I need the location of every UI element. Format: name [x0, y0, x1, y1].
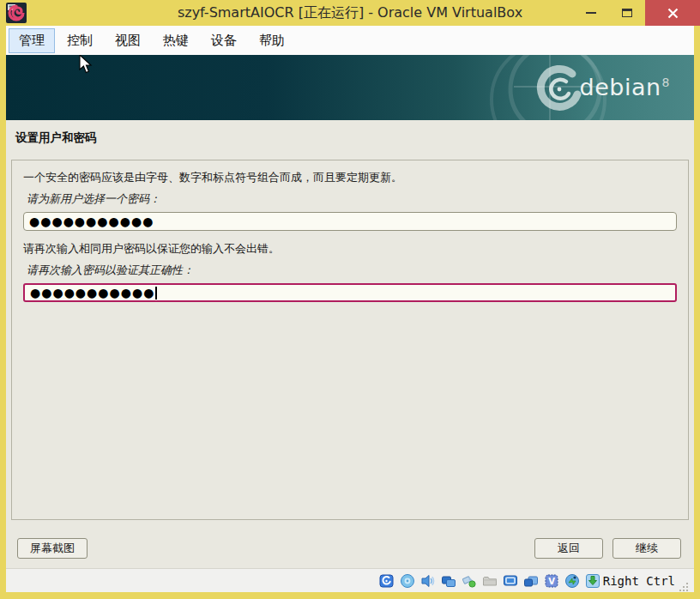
status-bar: V Right Ctrl — [6, 568, 694, 592]
back-button[interactable]: 返回 — [534, 538, 603, 559]
confirm-masked-value: ●●●●●●●●●●● — [30, 286, 154, 300]
continue-button[interactable]: 继续 — [612, 538, 681, 559]
menu-devices[interactable]: 设备 — [201, 28, 247, 53]
debian-banner: debian8 — [6, 55, 694, 120]
host-key-label: Right Ctrl — [603, 574, 675, 588]
confirm-field-label: 请再次输入密码以验证其正确性： — [27, 263, 677, 278]
password-intro-text: 一个安全的密码应该是由字母、数字和标点符号组合而成，而且要定期更新。 — [23, 169, 677, 186]
debian-brand-text: debian8 — [580, 74, 670, 100]
close-icon — [667, 8, 679, 19]
hard-disk-icon[interactable] — [378, 572, 395, 590]
confirm-password-input[interactable]: ●●●●●●●●●●● — [23, 283, 677, 302]
svg-text:V: V — [548, 577, 555, 586]
recording-icon[interactable] — [522, 572, 540, 590]
usb-icon[interactable] — [461, 572, 478, 590]
title-bar: szyf-SmartAIOCR [正在运行] - Oracle VM Virtu… — [0, 0, 700, 26]
button-row: 屏幕截图 返回 继续 — [17, 537, 681, 560]
password-masked-value: ●●●●●●●●●●● — [29, 215, 154, 228]
shared-folder-icon[interactable] — [481, 572, 498, 590]
mouse-cursor — [79, 55, 93, 74]
menu-control[interactable]: 控制 — [57, 28, 103, 53]
audio-icon[interactable] — [419, 572, 437, 590]
mouse-integration-icon[interactable] — [564, 572, 581, 590]
text-caret — [155, 287, 157, 300]
password-input[interactable]: ●●●●●●●●●●● — [23, 212, 677, 231]
resize-grip[interactable] — [679, 582, 689, 592]
password-form-group: 一个安全的密码应该是由字母、数字和标点符号组合而成，而且要定期更新。 请为新用户… — [11, 160, 689, 520]
display-icon[interactable] — [502, 572, 519, 590]
menu-machine[interactable]: 管理 — [9, 28, 55, 53]
menu-bar: 管理 控制 视图 热键 设备 帮助 — [6, 26, 694, 55]
maximize-button[interactable] — [609, 0, 645, 26]
installer-screen: 设置用户和密码 一个安全的密码应该是由字母、数字和标点符号组合而成，而且要定期更… — [6, 120, 694, 568]
page-title: 设置用户和密码 — [15, 130, 97, 146]
close-button[interactable] — [645, 0, 700, 26]
keyboard-capture-icon[interactable] — [584, 572, 601, 590]
menu-hotkeys[interactable]: 热键 — [153, 28, 199, 53]
features-icon[interactable]: V — [543, 572, 560, 590]
minimize-button[interactable] — [573, 0, 609, 26]
password-field-label: 请为新用户选择一个密码： — [27, 191, 677, 207]
virtualbox-window: szyf-SmartAIOCR [正在运行] - Oracle VM Virtu… — [0, 0, 700, 599]
menu-view[interactable]: 视图 — [105, 28, 151, 53]
menu-help[interactable]: 帮助 — [249, 28, 295, 53]
optical-drive-icon[interactable] — [399, 572, 416, 590]
status-icons: V — [378, 572, 601, 590]
screenshot-button[interactable]: 屏幕截图 — [17, 538, 88, 559]
confirm-intro-text: 请再次输入相同用户密码以保证您的输入不会出错。 — [23, 240, 677, 257]
network-icon[interactable] — [440, 572, 457, 590]
